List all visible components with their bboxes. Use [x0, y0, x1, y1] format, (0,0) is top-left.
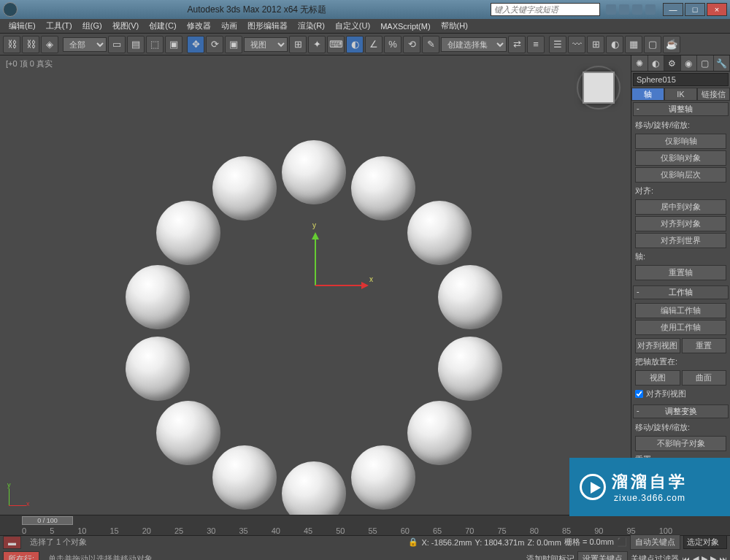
- menu-customize[interactable]: 自定义(U): [331, 19, 374, 33]
- play-end-icon[interactable]: ⏭: [719, 555, 727, 561]
- tab-hierarchy-icon[interactable]: ⚙: [664, 55, 681, 71]
- window-crossing-icon[interactable]: ▣: [165, 36, 182, 53]
- affect-pivot-button[interactable]: 仅影响轴: [635, 134, 726, 149]
- schematic-icon[interactable]: ⊞: [587, 36, 604, 53]
- sphere-object[interactable]: [351, 445, 415, 510]
- rotate-icon[interactable]: ⟳: [206, 36, 223, 53]
- close-button[interactable]: ×: [707, 3, 727, 16]
- unlink-icon[interactable]: ⛓: [22, 36, 39, 53]
- keyfilter-label[interactable]: 关键点过滤器: [631, 553, 679, 560]
- sphere-object[interactable]: [438, 337, 502, 401]
- menu-rendering[interactable]: 渲染(R): [293, 19, 329, 33]
- rollout-working-pivot[interactable]: 工作轴: [633, 285, 729, 299]
- link-icon[interactable]: ⛓: [3, 36, 20, 53]
- percent-snap-icon[interactable]: %: [384, 36, 402, 53]
- subtab-linkinfo[interactable]: 链接信息: [697, 88, 730, 101]
- tab-motion-icon[interactable]: ◉: [681, 55, 698, 71]
- center-to-object-button[interactable]: 居中到对象: [635, 199, 726, 215]
- angle-snap-icon[interactable]: ∠: [365, 36, 383, 53]
- align-to-view-checkbox[interactable]: 对齐到视图: [635, 387, 726, 401]
- manipulate-icon[interactable]: ✦: [308, 36, 326, 53]
- align-to-object-button[interactable]: 对齐到对象: [635, 216, 726, 231]
- sphere-object[interactable]: [407, 201, 472, 265]
- mirror-icon[interactable]: ⇄: [508, 36, 526, 53]
- align-to-view-button[interactable]: 对齐到视图: [635, 338, 680, 353]
- menu-maxscript[interactable]: MAXScript(M): [376, 20, 434, 32]
- edit-selection-icon[interactable]: ✎: [422, 36, 439, 53]
- tab-display-icon[interactable]: ▢: [697, 55, 714, 71]
- sphere-object[interactable]: [438, 265, 502, 329]
- sphere-object[interactable]: [212, 445, 277, 510]
- sphere-object[interactable]: [212, 156, 277, 220]
- sphere-object[interactable]: [126, 337, 190, 401]
- nowplaying-button[interactable]: 所在行:: [3, 551, 39, 560]
- menu-create[interactable]: 创建(C): [145, 19, 180, 33]
- lock-icon[interactable]: 🔒: [408, 537, 418, 547]
- setkey-button[interactable]: 设置关键点: [577, 551, 628, 560]
- tab-modify-icon[interactable]: ◐: [648, 55, 665, 71]
- dont-affect-children-button[interactable]: 不影响子对象: [635, 436, 726, 451]
- rollout-adjust-pivot[interactable]: 调整轴: [633, 102, 729, 116]
- curve-editor-icon[interactable]: 〰: [568, 36, 585, 53]
- select-region-icon[interactable]: ⬚: [146, 36, 164, 53]
- time-slider[interactable]: 0 / 100: [0, 515, 730, 526]
- coord-y[interactable]: Y: 1804.371m: [475, 538, 525, 547]
- refcoord-dropdown[interactable]: 视图: [244, 37, 288, 52]
- selection-filter-dropdown[interactable]: 全部: [63, 37, 107, 52]
- script-listener-button[interactable]: ▬: [3, 536, 21, 549]
- info-icon[interactable]: [606, 4, 616, 15]
- star-icon[interactable]: [619, 4, 629, 15]
- affect-object-button[interactable]: 仅影响对象: [635, 150, 726, 166]
- sphere-object[interactable]: [282, 140, 346, 204]
- scale-icon[interactable]: ▣: [225, 36, 242, 53]
- time-ruler[interactable]: 0510152025303540455055606570758085909510…: [0, 526, 730, 536]
- sphere-object[interactable]: [156, 401, 220, 465]
- select-name-icon[interactable]: ▤: [127, 36, 145, 53]
- play-icon[interactable]: ▶: [702, 554, 707, 560]
- keyboard-icon[interactable]: ⌨: [327, 36, 345, 53]
- play-prev-icon[interactable]: ◀: [693, 554, 699, 560]
- sphere-object[interactable]: [156, 201, 220, 265]
- material-editor-icon[interactable]: ◐: [606, 36, 623, 53]
- coord-x[interactable]: X: -1856.2mm: [421, 538, 472, 547]
- layers-icon[interactable]: ☰: [549, 36, 566, 53]
- affect-hierarchy-button[interactable]: 仅影响层次: [635, 167, 726, 183]
- edit-working-pivot-button[interactable]: 编辑工作轴: [635, 303, 726, 318]
- reset-wp-button[interactable]: 重置: [682, 338, 727, 353]
- sphere-object[interactable]: [351, 156, 415, 220]
- render-setup-icon[interactable]: ▦: [625, 36, 642, 53]
- minimize-button[interactable]: —: [663, 3, 683, 16]
- bind-icon[interactable]: ◈: [41, 36, 58, 53]
- menu-modifiers[interactable]: 修改器: [182, 19, 215, 33]
- align-to-world-button[interactable]: 对齐到世界: [635, 233, 726, 248]
- coord-z[interactable]: Z: 0.0mm: [527, 538, 561, 547]
- viewport[interactable]: [+0 顶 0 真实 y x yx: [0, 55, 631, 515]
- menu-group[interactable]: 组(G): [78, 19, 107, 33]
- help-search-input[interactable]: [491, 3, 600, 16]
- subtab-ik[interactable]: IK: [664, 88, 697, 101]
- key-icon[interactable]: ⬛: [617, 537, 627, 547]
- select-icon[interactable]: ▭: [108, 36, 126, 53]
- rollout-adjust-transform[interactable]: 调整变换: [633, 404, 729, 418]
- menu-help[interactable]: 帮助(H): [437, 19, 472, 33]
- viewport-label[interactable]: [+0 顶 0 真实: [6, 58, 53, 69]
- signin-icon[interactable]: [632, 4, 642, 15]
- sphere-object[interactable]: [282, 461, 346, 515]
- addtime-label[interactable]: 添加时间标记: [526, 553, 575, 560]
- move-icon[interactable]: ✥: [187, 36, 204, 53]
- object-name-field[interactable]: Sphere015: [633, 73, 729, 86]
- use-working-pivot-button[interactable]: 使用工作轴: [635, 320, 726, 335]
- align-icon[interactable]: ≡: [527, 36, 545, 53]
- menu-edit[interactable]: 编辑(E): [4, 19, 40, 33]
- render-frame-icon[interactable]: ▢: [644, 36, 661, 53]
- menu-views[interactable]: 视图(V): [108, 19, 144, 33]
- play-start-icon[interactable]: ⏮: [682, 555, 690, 561]
- snap-toggle-icon[interactable]: ◐: [346, 36, 364, 53]
- tab-utilities-icon[interactable]: 🔧: [714, 55, 731, 71]
- view-cube[interactable]: [574, 63, 623, 112]
- maximize-button[interactable]: □: [685, 3, 705, 16]
- menu-tools[interactable]: 工具(T): [42, 19, 77, 33]
- subtab-pivot[interactable]: 轴: [631, 88, 664, 101]
- render-icon[interactable]: ☕: [663, 36, 680, 53]
- place-view-button[interactable]: 视图: [635, 370, 680, 386]
